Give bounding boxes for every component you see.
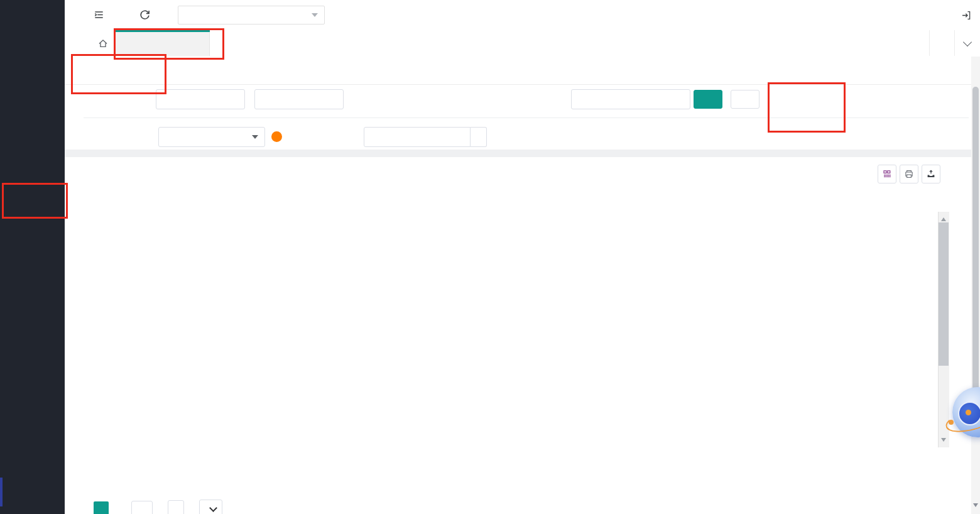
page-scrollbar[interactable] — [971, 57, 980, 514]
section-gap — [65, 150, 971, 157]
export-icon — [926, 169, 936, 179]
pagination-jump-input[interactable] — [131, 501, 153, 514]
app-logo — [0, 0, 65, 6]
pagination-confirm-button[interactable] — [168, 500, 184, 514]
topbar — [65, 0, 980, 31]
store-name-input[interactable] — [571, 89, 690, 109]
scroll-down-icon[interactable] — [973, 503, 978, 510]
table-scrollbar-thumb[interactable] — [939, 222, 949, 366]
scroll-up-icon[interactable] — [941, 215, 946, 221]
query-button[interactable] — [694, 90, 722, 109]
sidebar-scroll-indicator — [0, 478, 3, 506]
page-scrollbar-thumb[interactable] — [972, 87, 979, 434]
collapse-menu-icon[interactable] — [93, 9, 106, 21]
region-more-button[interactable] — [471, 127, 487, 147]
assistant-pupil — [966, 410, 971, 415]
tab-bar — [65, 30, 980, 57]
chevron-down-icon — [312, 13, 318, 20]
topbar-actions — [961, 0, 971, 30]
logout-icon — [961, 10, 971, 21]
printer-icon — [904, 169, 914, 179]
pagination-current-page[interactable] — [94, 501, 109, 514]
chevron-down-icon — [252, 135, 258, 142]
date-to-input[interactable] — [254, 89, 344, 109]
reset-button[interactable] — [731, 90, 760, 109]
subtab-bar — [65, 57, 971, 85]
pagination — [86, 500, 222, 514]
print-button[interactable] — [900, 165, 918, 183]
region-input-group — [364, 127, 487, 147]
columns-icon — [882, 169, 892, 179]
table-panel — [65, 157, 971, 514]
tabs-scroll-right-button[interactable] — [929, 30, 955, 56]
scroll-down-icon[interactable] — [941, 438, 946, 444]
filter-divider — [84, 118, 969, 118]
filter-panel — [65, 85, 971, 150]
table-body — [86, 212, 938, 447]
tabs-dropdown-button[interactable] — [954, 30, 980, 56]
refresh-icon[interactable] — [139, 9, 151, 21]
home-tab-icon[interactable] — [97, 38, 109, 49]
module-search-select[interactable] — [178, 6, 325, 25]
sidebar — [0, 0, 65, 514]
assistant-orbit-dot — [949, 420, 954, 425]
table-scrollbar[interactable] — [938, 212, 949, 447]
tab-store-business-summary[interactable] — [114, 30, 210, 56]
chevron-down-icon — [209, 504, 217, 512]
logout-icon-wrap[interactable] — [961, 10, 971, 21]
date-from-input[interactable] — [156, 89, 245, 109]
region-input[interactable] — [364, 127, 471, 147]
page-size-select[interactable] — [199, 500, 222, 514]
app-root — [0, 0, 980, 514]
column-settings-button[interactable] — [878, 165, 896, 183]
help-icon[interactable] — [271, 131, 282, 142]
export-button[interactable] — [922, 165, 940, 183]
order-source-select[interactable] — [158, 127, 265, 147]
chevron-down-icon — [963, 37, 972, 46]
